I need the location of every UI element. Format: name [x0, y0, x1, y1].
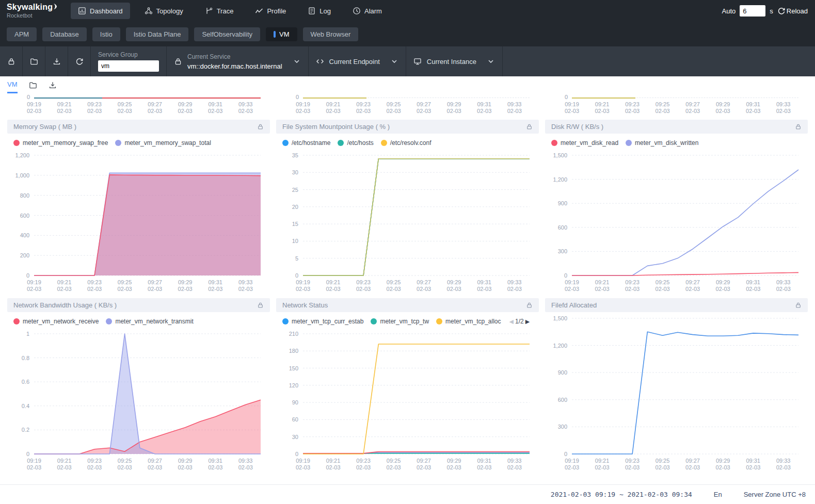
folder-button[interactable]	[23, 46, 45, 76]
svg-text:35: 35	[292, 152, 298, 158]
lock-icon[interactable]	[257, 123, 264, 130]
svg-text:02-03: 02-03	[356, 464, 371, 470]
auto-interval-input[interactable]	[740, 5, 765, 17]
legend-item[interactable]: meter_vm_memory_swap_total	[115, 139, 211, 147]
svg-text:02-03: 02-03	[417, 286, 431, 292]
chart-legend: meter_vm_tcp_curr_estabmeter_vm_tcp_twme…	[276, 312, 539, 328]
lock-icon[interactable]	[257, 302, 264, 308]
dashboard-tab-apm[interactable]: APM	[7, 27, 37, 41]
legend-item[interactable]: meter_vm_disk_read	[551, 139, 618, 147]
svg-text:02-03: 02-03	[746, 286, 760, 292]
panel-title: Network Status	[282, 301, 328, 309]
svg-text:09:25: 09:25	[656, 458, 670, 464]
x-axis-tick-label: 09:2702-03	[685, 101, 700, 115]
nav-item-topology[interactable]: Topology	[137, 3, 190, 19]
svg-text:09:19: 09:19	[565, 458, 579, 464]
legend-item[interactable]: meter_vm_tcp_alloc	[436, 318, 501, 325]
panel-memory-swap-mb: Memory Swap ( MB )meter_vm_memory_swap_f…	[7, 120, 270, 296]
service-group-input[interactable]	[98, 60, 159, 72]
svg-text:02-03: 02-03	[477, 286, 491, 292]
svg-text:09:29: 09:29	[447, 279, 461, 285]
language-toggle[interactable]: En	[714, 491, 722, 498]
legend-next-icon[interactable]: ▶	[525, 318, 530, 325]
lock-icon[interactable]	[795, 123, 802, 130]
legend-item[interactable]: /etc/hostname	[282, 139, 330, 147]
chart-network-bandwidth-usage-kb-s: 00.20.40.60.8109:1902-0309:2102-0309:230…	[7, 328, 270, 475]
svg-text:09:25: 09:25	[656, 279, 670, 285]
legend-item[interactable]: /etc/resolv.conf	[381, 139, 432, 147]
x-axis-tick-label: 09:2102-03	[595, 101, 609, 115]
dashboard-tab-istio[interactable]: Istio	[92, 27, 120, 41]
dashboard-tab-web-browser[interactable]: Web Browser	[303, 27, 359, 41]
current-service-label: Current Service	[187, 53, 282, 60]
svg-text:0: 0	[26, 451, 29, 457]
subtab-vm[interactable]: VM	[7, 80, 18, 93]
legend-item[interactable]: /etc/hosts	[338, 139, 373, 147]
dashboard-tab-database[interactable]: Database	[42, 27, 87, 41]
svg-text:02-03: 02-03	[595, 286, 609, 292]
legend-item[interactable]: meter_vm_tcp_tw	[371, 318, 429, 325]
legend-item[interactable]: meter_vm_memory_swap_free	[13, 139, 108, 147]
refresh-button[interactable]	[68, 46, 91, 76]
svg-text:1,000: 1,000	[15, 172, 29, 178]
brand-moon-icon	[53, 3, 58, 10]
svg-text:09:25: 09:25	[387, 458, 401, 464]
current-endpoint-selector[interactable]: Current Endpoint	[309, 46, 406, 76]
auto-label: Auto	[722, 7, 736, 15]
service-group-label: Service Group	[98, 51, 159, 58]
svg-text:09:29: 09:29	[716, 279, 730, 285]
nav-item-log[interactable]: Log	[300, 3, 338, 19]
lock-icon[interactable]	[526, 302, 533, 308]
panel-disk-r-w-kb-s: Disk R/W ( KB/s )meter_vm_disk_readmeter…	[545, 120, 808, 296]
x-axis-tick-label: 09:1902-03	[27, 101, 41, 115]
lock-button[interactable]	[0, 46, 23, 76]
nav-item-profile[interactable]: Profile	[248, 3, 293, 19]
nav-item-label: Profile	[267, 7, 286, 15]
current-instance-selector[interactable]: Current Instance	[406, 46, 503, 76]
export-button[interactable]	[45, 46, 68, 76]
dashboard-tab-label: Web Browser	[311, 30, 351, 38]
legend-dot	[381, 140, 387, 146]
svg-text:210: 210	[289, 331, 298, 337]
svg-text:09:23: 09:23	[356, 458, 371, 464]
nav-item-dashboard[interactable]: Dashboard	[71, 3, 130, 19]
dashboard-tab-istio-data-plane[interactable]: Istio Data Plane	[126, 27, 189, 41]
dashboard-tab-selfobservability[interactable]: SelfObservability	[194, 27, 260, 41]
dashboard-tab-vm[interactable]: VM	[266, 27, 297, 41]
legend-dot	[282, 140, 289, 146]
chevron-down-icon	[487, 57, 495, 66]
svg-text:0.2: 0.2	[22, 427, 29, 433]
legend-label: /etc/hostname	[292, 139, 330, 147]
lock-icon[interactable]	[795, 302, 802, 308]
legend-item[interactable]: meter_vm_network_receive	[13, 318, 99, 325]
current-service-selector[interactable]: Current Service vm::docker.for.mac.host.…	[167, 46, 309, 76]
dashboard-tab-label: APM	[14, 30, 29, 38]
svg-text:09:27: 09:27	[148, 458, 162, 464]
folder-icon[interactable]	[29, 81, 37, 89]
legend-prev-icon[interactable]: ◀	[509, 318, 514, 325]
dashboard-tab-label: Database	[50, 30, 79, 38]
svg-text:02-03: 02-03	[447, 464, 461, 470]
legend-item[interactable]: meter_vm_network_transmit	[106, 318, 193, 325]
footer-bar: 2021-02-03 09:19 ~ 2021-02-03 09:34 En S…	[0, 484, 815, 504]
svg-text:09:33: 09:33	[776, 279, 791, 285]
time-range[interactable]: 2021-02-03 09:19 ~ 2021-02-03 09:34	[551, 491, 692, 498]
active-tab-indicator	[274, 31, 276, 38]
nav-item-alarm[interactable]: Alarm	[345, 3, 389, 19]
svg-text:60: 60	[292, 416, 298, 422]
nav-item-trace[interactable]: Trace	[198, 3, 241, 19]
legend-item[interactable]: meter_vm_disk_written	[626, 139, 698, 147]
profile-icon	[255, 7, 263, 15]
log-icon	[308, 7, 316, 15]
x-axis-tick-label: 09:1902-03	[296, 101, 310, 115]
nav-item-label: Alarm	[364, 7, 382, 15]
dashboard-subtab-row: VM	[0, 76, 815, 97]
legend-item[interactable]: meter_vm_tcp_curr_estab	[282, 318, 363, 325]
legend-label: meter_vm_tcp_tw	[380, 318, 429, 325]
svg-text:02-03: 02-03	[507, 464, 522, 470]
download-icon[interactable]	[49, 81, 57, 89]
reload-button[interactable]: Reload	[777, 7, 808, 15]
x-axis-tick-label: 09:2302-03	[356, 101, 371, 115]
lock-icon[interactable]	[526, 123, 533, 130]
reload-icon	[777, 7, 786, 15]
